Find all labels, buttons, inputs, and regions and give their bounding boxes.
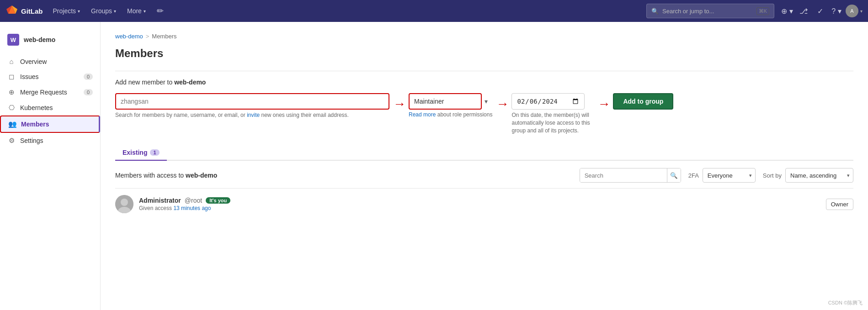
- avatar: [115, 195, 133, 213]
- nav-projects[interactable]: Projects ▾: [48, 0, 85, 22]
- more-chevron-icon: ▾: [144, 9, 146, 14]
- members-search-input[interactable]: [580, 168, 667, 182]
- members-list-label: Members with access to web-demo: [115, 172, 217, 179]
- member-role: Owner: [826, 199, 853, 210]
- plus-icon[interactable]: ⊕ ▾: [780, 4, 794, 18]
- sort-select[interactable]: Name, ascending Name, descending Recent …: [785, 168, 853, 183]
- add-member-label: Add new member to web-demo: [115, 79, 853, 86]
- role-select[interactable]: Maintainer Guest Reporter Developer Owne…: [409, 93, 482, 110]
- nav-pencil-icon[interactable]: ✏: [152, 0, 168, 22]
- gitlab-logo[interactable]: GitLab: [5, 5, 43, 17]
- add-member-group-name: web-demo: [174, 79, 206, 86]
- avatar-icon: [115, 195, 133, 213]
- sidebar: W web-demo ⌂ Overview ◻ Issues 0 ⊕ Merge…: [0, 22, 101, 310]
- sidebar-nav: ⌂ Overview ◻ Issues 0 ⊕ Merge Requests 0…: [0, 54, 100, 148]
- invite-link[interactable]: invite: [247, 112, 260, 118]
- sort-wrap: Name, ascending Name, descending Recent …: [785, 168, 853, 183]
- page-title: Members: [115, 47, 853, 60]
- member-search-input[interactable]: [115, 93, 389, 110]
- members-search-button[interactable]: 🔍: [667, 168, 681, 182]
- date-input[interactable]: [511, 93, 585, 110]
- search-bar[interactable]: 🔍 Search or jump to... ⌘K: [646, 4, 774, 18]
- its-you-badge: It's you: [206, 197, 230, 204]
- avatar-chevron: ▾: [860, 9, 863, 14]
- member-search-hint: Search for members by name, username, or…: [115, 111, 389, 119]
- merge-icon: ⊕: [7, 88, 16, 96]
- search-members-area: 🔍 2FA Everyone 2FA enabled 2FA disabled …: [580, 168, 853, 183]
- sidebar-group-header: W web-demo: [0, 29, 100, 50]
- sidebar-members-label: Members: [21, 121, 49, 128]
- member-search-wrap: Search for members by name, username, or…: [115, 93, 389, 119]
- nav-icons: ⊕ ▾ ⎇ ✓ ? ▾ A ▾: [780, 4, 863, 18]
- sidebar-item-kubernetes[interactable]: ⎔ Kubernetes: [0, 100, 100, 116]
- search-placeholder: Search or jump to...: [662, 8, 714, 15]
- search-icon: 🔍: [651, 8, 659, 15]
- everyone-wrap: Everyone 2FA enabled 2FA disabled: [703, 168, 756, 183]
- table-row: Administrator @root It's you Given acces…: [115, 188, 853, 220]
- issues-badge: 0: [84, 74, 93, 80]
- watermark: CSDN ©陈腾飞: [828, 299, 863, 306]
- merge-request-icon[interactable]: ⎇: [796, 4, 811, 18]
- nav-groups[interactable]: Groups ▾: [86, 0, 121, 22]
- sidebar-overview-label: Overview: [20, 58, 47, 65]
- sidebar-kubernetes-label: Kubernetes: [20, 104, 53, 111]
- date-section: On this date, the member(s) will automat…: [511, 93, 594, 134]
- sidebar-item-issues[interactable]: ◻ Issues 0: [0, 69, 100, 84]
- help-icon[interactable]: ? ▾: [829, 4, 844, 18]
- add-member-section: Add new member to web-demo Search for me…: [115, 79, 853, 134]
- breadcrumb-current: Members: [152, 33, 176, 40]
- sidebar-item-members[interactable]: 👥 Members: [0, 116, 100, 133]
- user-avatar[interactable]: A: [846, 5, 858, 17]
- sidebar-issues-label: Issues: [20, 73, 38, 80]
- settings-icon: ⚙: [7, 137, 16, 145]
- add-to-group-button[interactable]: Add to group: [613, 93, 673, 110]
- gitlab-logo-icon: [5, 5, 18, 17]
- sidebar-item-settings[interactable]: ⚙ Settings: [0, 133, 100, 148]
- member-username: @root: [185, 197, 202, 204]
- arrow-right-icon-3: →: [597, 97, 609, 111]
- top-navigation: GitLab Projects ▾ Groups ▾ More ▾ ✏ 🔍 Se…: [0, 0, 868, 22]
- member-info: Administrator @root It's you Given acces…: [139, 197, 820, 211]
- todo-icon[interactable]: ✓: [813, 4, 827, 18]
- svg-point-4: [121, 199, 128, 206]
- add-btn-wrap: Add to group: [613, 93, 673, 110]
- nav-more[interactable]: More ▾: [122, 0, 150, 22]
- issues-icon: ◻: [7, 73, 16, 81]
- sidebar-item-overview[interactable]: ⌂ Overview: [0, 54, 100, 69]
- main-content: web-demo > Members Members Add new membe…: [101, 22, 868, 310]
- home-icon: ⌂: [7, 58, 16, 65]
- kubernetes-icon: ⎔: [7, 104, 16, 112]
- page-layout: W web-demo ⌂ Overview ◻ Issues 0 ⊕ Merge…: [0, 22, 868, 310]
- breadcrumb-group-link[interactable]: web-demo: [115, 33, 143, 40]
- read-more-link[interactable]: Read more: [409, 111, 436, 118]
- sort-by-label: Sort by: [763, 172, 782, 179]
- tab-bar: Existing 1: [115, 145, 853, 161]
- existing-tab-count: 1: [150, 149, 159, 156]
- add-member-form-row: Search for members by name, username, or…: [115, 93, 853, 134]
- breadcrumb: web-demo > Members: [115, 33, 853, 40]
- sidebar-mr-label: Merge Requests: [20, 89, 67, 96]
- member-sub: Given access 13 minutes ago: [139, 205, 820, 211]
- arrow-to-date: →: [492, 97, 511, 111]
- role-section: Maintainer Guest Reporter Developer Owne…: [409, 93, 492, 118]
- sidebar-settings-label: Settings: [20, 137, 43, 144]
- gitlab-text: GitLab: [21, 7, 43, 15]
- breadcrumb-separator: >: [146, 33, 149, 40]
- everyone-select[interactable]: Everyone 2FA enabled 2FA disabled: [703, 168, 756, 183]
- arrow-right-icon-2: →: [496, 97, 508, 111]
- top-divider: [115, 71, 853, 71]
- access-time-link[interactable]: 13 minutes ago: [173, 205, 211, 211]
- tab-existing[interactable]: Existing 1: [115, 145, 167, 161]
- arrow-to-role: →: [389, 97, 409, 111]
- role-hint: Read more about role permissions: [409, 111, 492, 118]
- sidebar-item-merge-requests[interactable]: ⊕ Merge Requests 0: [0, 84, 100, 100]
- group-icon: W: [7, 34, 19, 46]
- member-name: Administrator @root It's you: [139, 197, 820, 204]
- group-name: web-demo: [24, 36, 55, 43]
- mr-badge: 0: [84, 89, 93, 95]
- groups-chevron-icon: ▾: [114, 9, 116, 14]
- members-list-header: Members with access to web-demo 🔍 2FA Ev…: [115, 168, 853, 183]
- role-select-wrap: Maintainer Guest Reporter Developer Owne…: [409, 93, 492, 110]
- twofa-label: 2FA: [688, 172, 699, 179]
- projects-chevron-icon: ▾: [78, 9, 80, 14]
